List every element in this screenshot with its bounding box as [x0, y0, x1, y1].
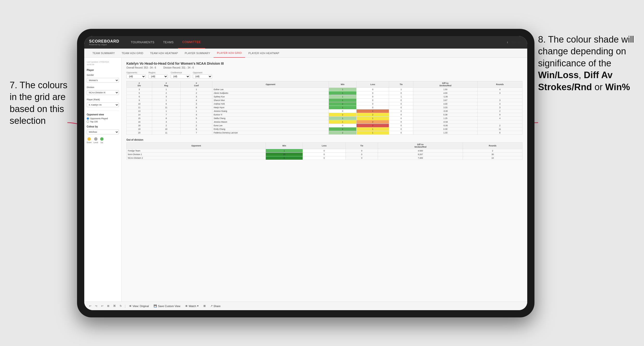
redo1-btn[interactable]: ↪: [94, 304, 98, 308]
ood-cell-diff: 4.500: [378, 149, 463, 153]
watch-btn[interactable]: 👁 Watch ▾: [184, 304, 200, 308]
table-row: 16 3 1 Jessica Mason 1 2 0 -0.94: [127, 120, 522, 124]
cell-win: 1: [328, 91, 356, 95]
share-btn[interactable]: ↗ Share: [209, 304, 222, 308]
cell-opponent: Esther Lee: [212, 88, 328, 91]
right-content: Katelyn Vo Head-to-Head Grid for Women's…: [122, 58, 527, 302]
cell-opponent: Heejo Hyun: [212, 106, 328, 109]
cell-div: 14: [127, 113, 152, 117]
ood-th-rounds: Rounds: [463, 143, 522, 149]
cell-reg: 2: [152, 124, 180, 127]
ood-cell-diff: 9.267: [378, 153, 463, 156]
cell-win: 1: [328, 99, 356, 102]
top-100-radio[interactable]: Top 100: [87, 121, 119, 123]
cell-conf: 1: [180, 109, 212, 113]
tablet-screen: SCOREBOARD Powered by clippd TOURNAMENTS…: [84, 36, 527, 310]
cell-div: 19: [127, 127, 152, 131]
redo2-btn[interactable]: ↩: [100, 304, 104, 308]
player-rank-label: Player (Rank): [87, 98, 119, 101]
division-select[interactable]: NCAA Division III: [87, 90, 119, 95]
cell-tie: 0: [389, 106, 413, 109]
cell-win: 1: [328, 95, 356, 99]
ood-th-tie: Tie: [346, 143, 378, 149]
cell-div: 16: [127, 120, 152, 124]
top-nav: SCOREBOARD Powered by clippd TOURNAMENTS…: [84, 36, 527, 49]
ood-table-body: Foreign Team 1 0 0 4.500 2 NAIA Division…: [127, 149, 522, 160]
opponent-filter-select[interactable]: (All): [193, 74, 212, 79]
cell-loss: 1: [356, 127, 389, 131]
cell-win: 1: [328, 88, 356, 91]
ood-th-loss: Loss: [302, 143, 346, 149]
table-row: 6 3 3 Sydney Kuo 1 0 1 -1.00: [127, 95, 522, 99]
cell-rounds: [478, 95, 522, 99]
legend-level: Level: [94, 137, 98, 144]
watch-icon: 👁: [185, 305, 188, 308]
nav-committee[interactable]: COMMITTEE: [178, 36, 205, 49]
sub-nav-player-h2h-grid[interactable]: PLAYER H2H GRID: [214, 49, 245, 58]
sign-out-button[interactable]: Sign out: [510, 40, 522, 44]
conference-filter-select[interactable]: (All): [171, 74, 190, 79]
gender-select[interactable]: Women's: [87, 78, 119, 83]
ood-cell-diff: 7.400: [378, 156, 463, 160]
cell-rounds: 2: [478, 124, 522, 127]
nav-teams[interactable]: TEAMS: [159, 36, 178, 49]
cell-div: 13: [127, 109, 152, 113]
cell-tie: 0: [389, 127, 413, 131]
legend-up-dot: [100, 137, 104, 141]
export-btn[interactable]: ⊞: [202, 304, 207, 308]
cell-rounds: 11: [478, 127, 522, 131]
colour-by-select[interactable]: Win/loss: [87, 130, 119, 134]
cell-opponent: Euna Lee: [212, 124, 328, 127]
division-label: Division: [87, 86, 119, 88]
cell-loss: 0: [356, 99, 389, 102]
table-row: 11 11 6 Heejo Hyun 1 0 0 3.33 3: [127, 106, 522, 109]
undo-btn[interactable]: ↩: [88, 304, 92, 308]
cell-tie: 1: [389, 95, 413, 99]
table-row: 9 1 4 Sharon Mun 1 0 0 3.67 3: [127, 99, 522, 102]
ood-cell-tie: 0: [346, 156, 378, 160]
region-filter-select[interactable]: (All): [148, 74, 168, 79]
cell-loss: 0: [356, 95, 389, 99]
paste-btn[interactable]: ⌘: [112, 304, 117, 308]
cell-tie: 0: [389, 113, 413, 117]
sub-nav-player-h2h-heatmap[interactable]: PLAYER H2H HEATMAP: [245, 49, 283, 58]
view-original-btn[interactable]: 👁 View: Original: [128, 304, 150, 308]
annotation-right-bold3: Win%: [605, 82, 630, 92]
cell-loss: 1: [356, 117, 389, 120]
cell-tie: 0: [389, 91, 413, 95]
sub-nav-player-summary[interactable]: PLAYER SUMMARY: [181, 49, 214, 58]
cell-tie: 0: [389, 102, 413, 106]
copy-btn[interactable]: ⊞: [106, 304, 110, 308]
link-btn[interactable]: ↻: [119, 304, 123, 308]
player-rank-select[interactable]: 8. Katelyn Vo: [87, 102, 119, 107]
table-row: 13 1 1 Jessica Huang 0 1 0 -3.00 2: [127, 109, 522, 113]
nav-tournaments[interactable]: TOURNAMENTS: [127, 36, 159, 49]
last-updated: Last Updated: 27/03/2024 16:55:38: [87, 61, 119, 66]
table-header-row: #Div #Reg #Conf Opponent Win Loss Tie Di…: [127, 81, 522, 88]
cell-reg: 6: [152, 102, 180, 106]
sub-nav-team-h2h-grid[interactable]: TEAM H2H GRID: [118, 49, 146, 58]
sub-nav-team-h2h-heatmap[interactable]: TEAM H2H HEATMAP: [146, 49, 181, 58]
cell-conf: 7: [180, 131, 212, 135]
ood-cell-opponent: NCAA Division 2: [127, 156, 266, 160]
save-custom-btn[interactable]: 💾 Save Custom View: [152, 304, 182, 308]
opponents-played-radio[interactable]: Opponents Played: [87, 117, 119, 120]
ood-cell-rounds: 10: [463, 156, 522, 160]
cell-div: 10: [127, 102, 152, 106]
cell-opponent: Sydney Kuo: [212, 95, 328, 99]
cell-conf: 1: [180, 88, 212, 91]
sub-nav-team-summary[interactable]: TEAM SUMMARY: [89, 49, 118, 58]
cell-conf: 2: [180, 124, 212, 127]
cell-diff: 1.25: [413, 117, 478, 120]
cell-reg: 1: [152, 99, 180, 102]
cell-win: 2: [328, 131, 356, 135]
ood-cell-rounds: 30: [463, 153, 522, 156]
th-conf: #Conf: [180, 81, 212, 88]
ood-th-opponent: Opponent: [127, 143, 266, 149]
annotation-left-text: 7. The colours in the grid are based on …: [10, 80, 68, 126]
cell-loss: 1: [356, 109, 389, 113]
cell-win: 0: [328, 124, 356, 127]
region-filter-label: Region: [148, 71, 168, 74]
opponents-filter-select[interactable]: (All): [126, 74, 146, 79]
cell-win: 1: [328, 120, 356, 124]
